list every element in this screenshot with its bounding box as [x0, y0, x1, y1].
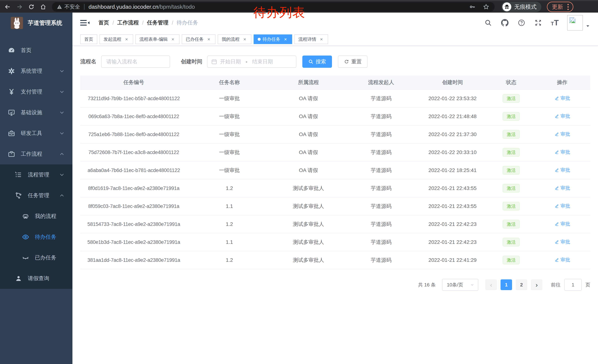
sidebar-toggle-icon[interactable] — [80, 18, 91, 27]
back-icon[interactable] — [3, 3, 12, 11]
task-id: 580e1b3d-7ac8-11ec-a9e2-a2380e71991a — [87, 239, 180, 245]
approve-link[interactable]: 审批 — [554, 149, 570, 155]
incognito-badge: 无痕模式 — [501, 2, 541, 12]
next-page-button[interactable]: › — [531, 279, 542, 290]
reload-icon[interactable] — [27, 3, 36, 11]
tab-my-process[interactable]: 我的流程× — [218, 34, 251, 44]
task-starter: 芋道源码 — [346, 95, 417, 102]
search-button[interactable]: 搜索 — [302, 56, 332, 68]
chevron-up-icon — [59, 192, 65, 199]
task-created: 2022-01-22 23:53:32 — [417, 96, 488, 101]
tab-process-detail[interactable]: 流程详情× — [294, 34, 328, 44]
yen-icon — [8, 88, 16, 96]
page-button-2[interactable]: 2 — [516, 279, 527, 290]
sidebar-item-system[interactable]: 系统管理 — [0, 61, 72, 81]
task-starter: 芋道源码 — [346, 131, 417, 138]
task-process: 测试多审批人 — [271, 221, 345, 228]
top-navbar: 首页 / 工作流程 / 任务管理 / 待办任务 TT — [72, 13, 598, 33]
browser-menu-icon[interactable] — [566, 4, 570, 10]
search-icon[interactable] — [484, 19, 492, 27]
status-badge: 激活 — [503, 148, 520, 157]
security-label: 不安全 — [65, 3, 80, 10]
approve-link[interactable]: 审批 — [554, 221, 570, 227]
close-icon[interactable]: × — [319, 37, 324, 42]
prev-page-button[interactable]: ‹ — [485, 279, 497, 290]
approve-link[interactable]: 审批 — [554, 95, 570, 101]
page-button-1[interactable]: 1 — [500, 279, 512, 290]
sidebar-item-devtools[interactable]: 研发工具 — [0, 123, 72, 144]
status-badge: 激活 — [503, 256, 520, 264]
breadcrumb-workflow[interactable]: 工作流程 — [117, 19, 139, 26]
close-icon[interactable]: × — [124, 37, 129, 42]
key-icon[interactable] — [469, 3, 476, 11]
tab-form-edit[interactable]: 流程表单-编辑× — [135, 34, 180, 44]
page-size-select[interactable]: 10条/页 — [442, 279, 478, 291]
table-header: 任务编号 任务名称 所属流程 流程发起人 创建时间 状态 操作 — [80, 75, 590, 90]
edit-icon — [554, 114, 559, 119]
tab-done-tasks[interactable]: 已办任务× — [182, 34, 216, 44]
tab-start-process[interactable]: 发起流程× — [100, 34, 133, 44]
close-icon[interactable]: × — [170, 37, 175, 42]
sidebar-item-todo-tasks[interactable]: 待办任务 — [0, 226, 72, 247]
task-process: 测试多审批人 — [271, 185, 345, 192]
col-task-id: 任务编号 — [80, 79, 187, 86]
close-icon[interactable]: × — [242, 37, 247, 42]
task-id: 58154733-7ac8-11ec-a9e2-a2380e71991a — [87, 221, 180, 227]
avatar[interactable] — [567, 15, 583, 31]
font-size-icon[interactable]: TT — [551, 18, 559, 27]
tab-todo-tasks[interactable]: 待办任务× — [254, 34, 292, 44]
sidebar-item-my-process[interactable]: 我的流程 — [0, 206, 72, 226]
sidebar-item-task-mgmt[interactable]: 任务管理 — [0, 185, 72, 206]
caret-down-icon[interactable] — [585, 24, 590, 29]
reset-button[interactable]: 重置 — [338, 56, 367, 68]
logo: 芋道管理系统 — [0, 13, 72, 33]
goto-page-input[interactable] — [564, 279, 582, 291]
home-icon[interactable] — [39, 3, 47, 11]
help-icon[interactable] — [517, 19, 526, 27]
approve-link[interactable]: 审批 — [554, 113, 570, 119]
update-button[interactable]: 更新 — [547, 2, 573, 12]
close-icon[interactable]: × — [283, 37, 288, 42]
task-process: OA 请假 — [271, 131, 345, 138]
process-name-input[interactable]: 请输入流程名 — [101, 56, 170, 68]
monitor-icon — [8, 108, 16, 117]
close-icon[interactable]: × — [206, 37, 211, 42]
sidebar-item-home[interactable]: 首页 — [0, 40, 72, 61]
chevron-down-icon — [470, 282, 475, 287]
table-body: 73211d9d-7b9b-11ec-b5b7-acde48001122 一级审… — [80, 90, 590, 269]
date-range-input[interactable]: 开始日期 - 结束日期 — [207, 56, 296, 68]
task-process: OA 请假 — [271, 167, 345, 174]
create-time-label: 创建时间 — [181, 58, 202, 65]
sidebar-item-workflow[interactable]: 工作流程 — [0, 144, 72, 164]
status-badge: 激活 — [503, 94, 520, 103]
approve-link[interactable]: 审批 — [554, 167, 570, 173]
pagination: 共 16 条 10条/页 ‹ 1 2 › 前往 页 — [80, 279, 590, 291]
forward-icon[interactable] — [15, 3, 24, 11]
approve-link[interactable]: 审批 — [554, 185, 570, 191]
task-id: 381aa1dd-7ac8-11ec-a9e2-a2380e71991a — [87, 257, 180, 263]
task-created: 2022-01-22 21:37:30 — [417, 131, 488, 138]
approve-link[interactable]: 审批 — [554, 131, 570, 138]
chevron-up-icon — [59, 151, 65, 157]
github-icon[interactable] — [501, 19, 509, 27]
approve-link[interactable]: 审批 — [554, 239, 570, 245]
approve-link[interactable]: 审批 — [554, 257, 570, 263]
breadcrumb-task-mgmt[interactable]: 任务管理 — [147, 19, 168, 26]
sidebar-item-payment[interactable]: 支付管理 — [0, 81, 72, 102]
navbar-actions: TT — [475, 15, 590, 31]
breadcrumb-home[interactable]: 首页 — [98, 19, 109, 26]
task-starter: 芋道源码 — [346, 113, 417, 120]
sidebar-item-infra[interactable]: 基础设施 — [0, 102, 72, 123]
task-process: OA 请假 — [271, 95, 345, 102]
sidebar-item-process-mgmt[interactable]: 流程管理 — [0, 164, 72, 185]
task-name: 1.2 — [187, 257, 271, 263]
bookmark-star-icon[interactable] — [482, 3, 490, 11]
filter-bar: 流程名 请输入流程名 创建时间 开始日期 - 结束日期 搜索 — [80, 56, 590, 68]
tab-home[interactable]: 首页 — [80, 34, 97, 44]
approve-link[interactable]: 审批 — [554, 203, 570, 209]
sidebar-item-done-tasks[interactable]: 已办任务 — [0, 247, 72, 268]
flow-icon — [15, 191, 23, 200]
task-id: 8f0d1619-7ac8-11ec-a9e2-a2380e71991a — [88, 186, 179, 191]
sidebar-item-leave-query[interactable]: 请假查询 — [0, 268, 72, 289]
fullscreen-icon[interactable] — [534, 19, 542, 27]
